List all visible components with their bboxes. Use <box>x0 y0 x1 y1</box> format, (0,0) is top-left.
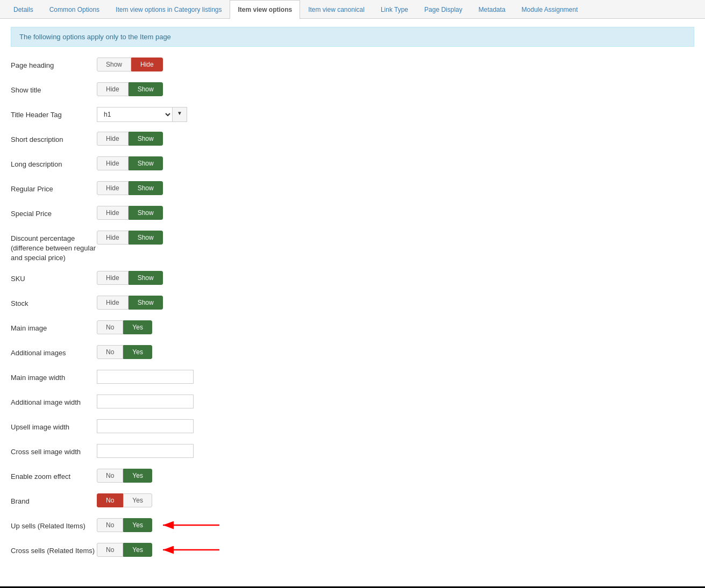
select-title-header-tag[interactable]: h1 h2 h3 h4 h5 h6 <box>97 107 172 122</box>
select-wrapper-title-header: h1 h2 h3 h4 h5 h6 ▼ <box>97 107 187 122</box>
btn-discount-show[interactable]: Show <box>129 231 163 245</box>
tab-common-options[interactable]: Common Options <box>41 0 108 19</box>
toggle-stock: Hide Show <box>97 296 163 310</box>
toggle-special-price: Hide Show <box>97 206 163 220</box>
field-additional-images: Additional images No Yes <box>11 345 694 362</box>
field-cross-sells: Cross sells (Related Items) No Yes <box>11 543 694 560</box>
btn-short-desc-hide[interactable]: Hide <box>97 132 129 146</box>
red-arrow-icon <box>158 519 222 532</box>
control-brand: No Yes <box>97 493 694 507</box>
field-sku: SKU Hide Show <box>11 271 694 288</box>
btn-short-desc-show[interactable]: Show <box>129 132 163 146</box>
control-show-title: Hide Show <box>97 82 694 96</box>
btn-cross-sells-yes[interactable]: Yes <box>123 543 152 557</box>
control-regular-price: Hide Show <box>97 181 694 195</box>
input-main-image-width[interactable] <box>97 370 194 384</box>
label-title-header-tag: Title Header Tag <box>11 107 97 120</box>
label-additional-image-width: Additional image width <box>11 395 97 407</box>
control-additional-images: No Yes <box>97 345 694 359</box>
tab-module-assignment[interactable]: Module Assignment <box>514 0 586 19</box>
btn-zoom-yes[interactable]: Yes <box>123 469 152 483</box>
toggle-enable-zoom: No Yes <box>97 469 152 483</box>
red-arrow-icon-2 <box>158 543 222 556</box>
control-special-price: Hide Show <box>97 206 694 220</box>
control-long-description: Hide Show <box>97 156 694 170</box>
input-additional-image-width[interactable] <box>97 395 194 408</box>
btn-up-sells-no[interactable]: No <box>97 518 123 532</box>
field-long-description: Long description Hide Show <box>11 156 694 174</box>
btn-cross-sells-no[interactable]: No <box>97 543 123 557</box>
label-upsell-image-width: Upsell image width <box>11 419 97 432</box>
label-additional-images: Additional images <box>11 345 97 358</box>
btn-page-heading-show[interactable]: Show <box>97 58 131 71</box>
btn-show-title-show[interactable]: Show <box>129 82 163 96</box>
btn-sku-show[interactable]: Show <box>129 271 163 285</box>
label-show-title: Show title <box>11 82 97 95</box>
btn-brand-no[interactable]: No <box>97 493 123 507</box>
control-main-image: No Yes <box>97 320 694 334</box>
btn-show-title-hide[interactable]: Hide <box>97 82 129 96</box>
select-arrow-icon[interactable]: ▼ <box>172 107 187 122</box>
btn-additional-images-yes[interactable]: Yes <box>123 345 152 359</box>
btn-discount-hide[interactable]: Hide <box>97 231 129 245</box>
arrow-up-sells <box>158 519 222 532</box>
btn-sku-hide[interactable]: Hide <box>97 271 129 285</box>
input-upsell-image-width[interactable] <box>97 419 194 433</box>
control-title-header-tag: h1 h2 h3 h4 h5 h6 ▼ <box>97 107 694 122</box>
info-banner-text: The following options apply only to the … <box>19 33 171 41</box>
btn-main-image-yes[interactable]: Yes <box>123 320 152 334</box>
btn-additional-images-no[interactable]: No <box>97 345 123 359</box>
btn-special-price-show[interactable]: Show <box>129 206 163 220</box>
toggle-short-description: Hide Show <box>97 132 163 146</box>
btn-zoom-no[interactable]: No <box>97 469 123 483</box>
control-short-description: Hide Show <box>97 132 694 146</box>
label-main-image-width: Main image width <box>11 370 97 383</box>
tab-metadata[interactable]: Metadata <box>471 0 514 19</box>
label-sku: SKU <box>11 271 97 284</box>
control-page-heading: Show Hide <box>97 58 694 71</box>
field-enable-zoom: Enable zoom effect No Yes <box>11 469 694 486</box>
toggle-regular-price: Hide Show <box>97 181 163 195</box>
toggle-long-description: Hide Show <box>97 156 163 170</box>
field-show-title: Show title Hide Show <box>11 82 694 99</box>
btn-long-desc-show[interactable]: Show <box>129 156 163 170</box>
btn-regular-price-hide[interactable]: Hide <box>97 181 129 195</box>
label-main-image: Main image <box>11 320 97 333</box>
field-short-description: Short description Hide Show <box>11 132 694 149</box>
toggle-main-image: No Yes <box>97 320 152 334</box>
toggle-up-sells: No Yes <box>97 518 152 532</box>
tab-page-display[interactable]: Page Display <box>416 0 471 19</box>
btn-up-sells-yes[interactable]: Yes <box>123 518 152 532</box>
field-cross-sell-image-width: Cross sell image width <box>11 444 694 461</box>
toggle-show-title: Hide Show <box>97 82 163 96</box>
tab-link-type[interactable]: Link Type <box>373 0 416 19</box>
label-discount-percentage: Discount percentage (difference between … <box>11 231 97 263</box>
btn-brand-yes[interactable]: Yes <box>123 493 152 507</box>
tab-item-view-category[interactable]: Item view options in Category listings <box>108 0 230 19</box>
toggle-additional-images: No Yes <box>97 345 152 359</box>
btn-page-heading-hide[interactable]: Hide <box>131 58 163 71</box>
tab-details[interactable]: Details <box>5 0 41 19</box>
input-cross-sell-image-width[interactable] <box>97 444 194 458</box>
field-up-sells: Up sells (Related Items) No Yes <box>11 518 694 535</box>
field-main-image: Main image No Yes <box>11 320 694 338</box>
field-additional-image-width: Additional image width <box>11 395 694 412</box>
info-banner: The following options apply only to the … <box>11 27 694 47</box>
tab-item-view-options[interactable]: Item view options <box>230 0 300 19</box>
field-stock: Stock Hide Show <box>11 296 694 313</box>
btn-long-desc-hide[interactable]: Hide <box>97 156 129 170</box>
label-cross-sell-image-width: Cross sell image width <box>11 444 97 457</box>
control-stock: Hide Show <box>97 296 694 310</box>
btn-regular-price-show[interactable]: Show <box>129 181 163 195</box>
field-special-price: Special Price Hide Show <box>11 206 694 223</box>
btn-stock-hide[interactable]: Hide <box>97 296 129 310</box>
tab-bar: Details Common Options Item view options… <box>0 0 705 19</box>
tab-item-view-canonical[interactable]: Item view canonical <box>300 0 373 19</box>
btn-main-image-no[interactable]: No <box>97 320 123 334</box>
label-page-heading: Page heading <box>11 58 97 70</box>
btn-stock-show[interactable]: Show <box>129 296 163 310</box>
field-upsell-image-width: Upsell image width <box>11 419 694 436</box>
field-page-heading: Page heading Show Hide <box>11 58 694 75</box>
btn-special-price-hide[interactable]: Hide <box>97 206 129 220</box>
control-upsell-image-width <box>97 419 694 433</box>
